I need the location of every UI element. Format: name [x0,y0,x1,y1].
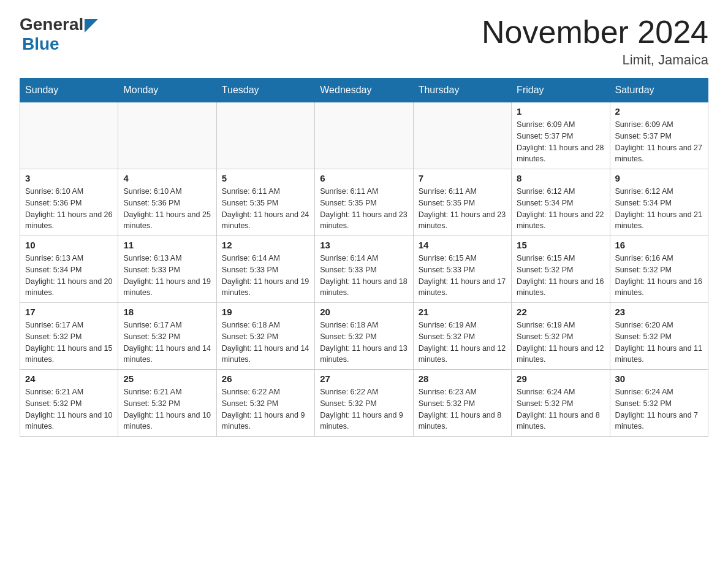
calendar-cell [118,102,216,169]
calendar-cell: 27Sunrise: 6:22 AMSunset: 5:32 PMDayligh… [315,370,413,437]
day-info: Sunrise: 6:21 AMSunset: 5:32 PMDaylight:… [123,386,211,432]
weekday-header-sunday: Sunday [20,79,118,102]
logo-triangle-icon [85,19,98,33]
calendar-cell: 21Sunrise: 6:19 AMSunset: 5:32 PMDayligh… [413,303,511,370]
title-block: November 2024 Limit, Jamaica [482,15,708,68]
weekday-header-thursday: Thursday [413,79,511,102]
day-info: Sunrise: 6:11 AMSunset: 5:35 PMDaylight:… [222,186,309,232]
day-number: 11 [123,240,211,250]
day-number: 10 [25,240,113,250]
day-number: 17 [25,307,113,317]
calendar-cell: 5Sunrise: 6:11 AMSunset: 5:35 PMDaylight… [216,169,314,236]
calendar-cell: 13Sunrise: 6:14 AMSunset: 5:33 PMDayligh… [315,236,413,303]
day-number: 5 [222,173,309,183]
day-number: 4 [123,173,211,183]
day-number: 29 [517,373,604,384]
day-number: 19 [222,307,309,317]
day-number: 27 [320,373,408,384]
day-number: 2 [615,106,703,117]
day-number: 14 [419,240,506,250]
day-number: 1 [517,106,604,117]
calendar-week-row: 1Sunrise: 6:09 AMSunset: 5:37 PMDaylight… [20,102,708,169]
calendar-cell: 17Sunrise: 6:17 AMSunset: 5:32 PMDayligh… [20,303,118,370]
day-info: Sunrise: 6:24 AMSunset: 5:32 PMDaylight:… [517,386,604,432]
calendar-cell: 29Sunrise: 6:24 AMSunset: 5:32 PMDayligh… [512,370,610,437]
day-info: Sunrise: 6:17 AMSunset: 5:32 PMDaylight:… [123,320,211,366]
day-info: Sunrise: 6:20 AMSunset: 5:32 PMDaylight:… [615,320,703,366]
month-title: November 2024 [482,15,708,50]
calendar-week-row: 17Sunrise: 6:17 AMSunset: 5:32 PMDayligh… [20,303,708,370]
day-info: Sunrise: 6:11 AMSunset: 5:35 PMDaylight:… [419,186,506,232]
day-number: 22 [517,307,604,317]
day-number: 20 [320,307,408,317]
day-info: Sunrise: 6:13 AMSunset: 5:33 PMDaylight:… [123,253,211,299]
calendar-cell: 9Sunrise: 6:12 AMSunset: 5:34 PMDaylight… [610,169,708,236]
day-info: Sunrise: 6:21 AMSunset: 5:32 PMDaylight:… [25,386,113,432]
day-info: Sunrise: 6:18 AMSunset: 5:32 PMDaylight:… [222,320,309,366]
day-info: Sunrise: 6:22 AMSunset: 5:32 PMDaylight:… [320,386,408,432]
day-info: Sunrise: 6:18 AMSunset: 5:32 PMDaylight:… [320,320,408,366]
calendar-week-row: 24Sunrise: 6:21 AMSunset: 5:32 PMDayligh… [20,370,708,437]
day-number: 24 [25,373,113,384]
calendar-cell: 11Sunrise: 6:13 AMSunset: 5:33 PMDayligh… [118,236,216,303]
day-info: Sunrise: 6:14 AMSunset: 5:33 PMDaylight:… [320,253,408,299]
calendar-cell: 12Sunrise: 6:14 AMSunset: 5:33 PMDayligh… [216,236,314,303]
day-info: Sunrise: 6:15 AMSunset: 5:33 PMDaylight:… [419,253,506,299]
day-number: 16 [615,240,703,250]
page-header: General Blue November 2024 Limit, Jamaic… [20,15,708,68]
day-number: 12 [222,240,309,250]
logo-blue: Blue [22,34,59,54]
calendar-cell: 25Sunrise: 6:21 AMSunset: 5:32 PMDayligh… [118,370,216,437]
calendar-cell: 20Sunrise: 6:18 AMSunset: 5:32 PMDayligh… [315,303,413,370]
logo-general: General [20,15,83,34]
calendar-cell [413,102,511,169]
weekday-header-monday: Monday [118,79,216,102]
calendar-cell: 23Sunrise: 6:20 AMSunset: 5:32 PMDayligh… [610,303,708,370]
calendar-cell: 26Sunrise: 6:22 AMSunset: 5:32 PMDayligh… [216,370,314,437]
day-number: 23 [615,307,703,317]
day-info: Sunrise: 6:12 AMSunset: 5:34 PMDaylight:… [615,186,703,232]
day-info: Sunrise: 6:16 AMSunset: 5:32 PMDaylight:… [615,253,703,299]
calendar-cell [20,102,118,169]
calendar-cell: 19Sunrise: 6:18 AMSunset: 5:32 PMDayligh… [216,303,314,370]
day-info: Sunrise: 6:17 AMSunset: 5:32 PMDaylight:… [25,320,113,366]
calendar-cell: 4Sunrise: 6:10 AMSunset: 5:36 PMDaylight… [118,169,216,236]
day-info: Sunrise: 6:11 AMSunset: 5:35 PMDaylight:… [320,186,408,232]
calendar-cell: 2Sunrise: 6:09 AMSunset: 5:37 PMDaylight… [610,102,708,169]
day-info: Sunrise: 6:10 AMSunset: 5:36 PMDaylight:… [25,186,113,232]
weekday-header-row: SundayMondayTuesdayWednesdayThursdayFrid… [20,79,708,102]
day-info: Sunrise: 6:09 AMSunset: 5:37 PMDaylight:… [517,119,604,165]
calendar-week-row: 3Sunrise: 6:10 AMSunset: 5:36 PMDaylight… [20,169,708,236]
calendar-cell: 22Sunrise: 6:19 AMSunset: 5:32 PMDayligh… [512,303,610,370]
calendar-cell: 30Sunrise: 6:24 AMSunset: 5:32 PMDayligh… [610,370,708,437]
day-info: Sunrise: 6:12 AMSunset: 5:34 PMDaylight:… [517,186,604,232]
calendar-cell: 24Sunrise: 6:21 AMSunset: 5:32 PMDayligh… [20,370,118,437]
calendar-cell: 8Sunrise: 6:12 AMSunset: 5:34 PMDaylight… [512,169,610,236]
day-number: 18 [123,307,211,317]
day-info: Sunrise: 6:10 AMSunset: 5:36 PMDaylight:… [123,186,211,232]
day-number: 6 [320,173,408,183]
svg-marker-0 [85,19,98,33]
day-number: 21 [419,307,506,317]
calendar-cell: 16Sunrise: 6:16 AMSunset: 5:32 PMDayligh… [610,236,708,303]
day-number: 13 [320,240,408,250]
weekday-header-friday: Friday [512,79,610,102]
calendar-table: SundayMondayTuesdayWednesdayThursdayFrid… [20,78,708,437]
day-info: Sunrise: 6:15 AMSunset: 5:32 PMDaylight:… [517,253,604,299]
day-number: 3 [25,173,113,183]
calendar-week-row: 10Sunrise: 6:13 AMSunset: 5:34 PMDayligh… [20,236,708,303]
weekday-header-saturday: Saturday [610,79,708,102]
day-info: Sunrise: 6:23 AMSunset: 5:32 PMDaylight:… [419,386,506,432]
location-title: Limit, Jamaica [482,52,708,68]
calendar-cell: 14Sunrise: 6:15 AMSunset: 5:33 PMDayligh… [413,236,511,303]
logo: General Blue [20,15,98,54]
calendar-cell: 28Sunrise: 6:23 AMSunset: 5:32 PMDayligh… [413,370,511,437]
calendar-cell: 1Sunrise: 6:09 AMSunset: 5:37 PMDaylight… [512,102,610,169]
day-info: Sunrise: 6:19 AMSunset: 5:32 PMDaylight:… [419,320,506,366]
day-info: Sunrise: 6:13 AMSunset: 5:34 PMDaylight:… [25,253,113,299]
weekday-header-wednesday: Wednesday [315,79,413,102]
day-info: Sunrise: 6:19 AMSunset: 5:32 PMDaylight:… [517,320,604,366]
day-info: Sunrise: 6:09 AMSunset: 5:37 PMDaylight:… [615,119,703,165]
day-number: 30 [615,373,703,384]
calendar-cell: 15Sunrise: 6:15 AMSunset: 5:32 PMDayligh… [512,236,610,303]
